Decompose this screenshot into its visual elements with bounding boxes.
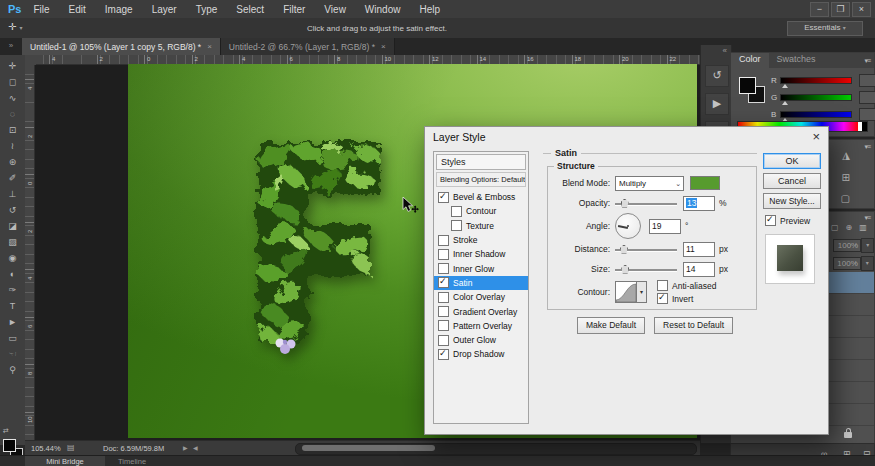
- document-tab[interactable]: Untitled-1 @ 105% (Layer 1 copy 5, RGB/8…: [22, 38, 221, 55]
- dodge-tool[interactable]: ◐: [0, 263, 25, 279]
- checkbox[interactable]: [438, 249, 449, 260]
- blue-value-field[interactable]: 0: [859, 108, 875, 121]
- path-selection-tool[interactable]: ►: [0, 311, 25, 327]
- zoom-tool[interactable]: ⚲: [0, 359, 25, 375]
- checkbox[interactable]: [438, 263, 449, 274]
- opacity-field[interactable]: 13: [683, 196, 715, 211]
- horizontal-scrollbar[interactable]: [295, 443, 697, 455]
- angle-field[interactable]: 19: [649, 219, 681, 234]
- status-arrow-icon[interactable]: ◀: [193, 444, 198, 451]
- grid-icon[interactable]: ⊞: [842, 172, 850, 183]
- contour-thumbnail[interactable]: [615, 281, 637, 303]
- checkbox[interactable]: [438, 277, 449, 288]
- blur-tool[interactable]: ◉: [0, 247, 25, 263]
- foreground-color-chip[interactable]: [739, 77, 756, 94]
- menu-item[interactable]: Help: [419, 4, 440, 15]
- tab-mini-bridge[interactable]: Mini Bridge: [25, 456, 105, 466]
- pen-tool[interactable]: ✑: [0, 279, 25, 295]
- style-item[interactable]: Gradient Overlay: [434, 304, 528, 318]
- restore-button[interactable]: ❐: [831, 2, 850, 17]
- type-tool[interactable]: T: [0, 295, 25, 311]
- reset-to-default-button[interactable]: Reset to Default: [654, 317, 733, 334]
- checkbox[interactable]: [657, 280, 668, 291]
- green-value-field[interactable]: 0: [859, 91, 875, 104]
- menu-item[interactable]: Type: [196, 4, 218, 15]
- blending-options-item[interactable]: Blending Options: Default: [436, 172, 526, 187]
- menu-item[interactable]: Layer: [152, 4, 177, 15]
- checkbox[interactable]: [657, 293, 668, 304]
- chevron-down-icon[interactable]: ▾: [861, 238, 874, 253]
- slider-thumb[interactable]: [620, 245, 628, 254]
- red-slider[interactable]: [780, 77, 852, 84]
- menu-item[interactable]: Image: [105, 4, 133, 15]
- lasso-tool[interactable]: ∿: [0, 87, 25, 103]
- style-item[interactable]: Outer Glow: [434, 333, 528, 347]
- foreground-color-chip[interactable]: [3, 439, 16, 452]
- zoom-level-field[interactable]: 105.44%: [31, 444, 61, 453]
- style-item[interactable]: Satin: [434, 276, 528, 290]
- actions-panel-icon[interactable]: ▶: [705, 93, 729, 115]
- checkbox[interactable]: [451, 220, 462, 231]
- crop-tool[interactable]: ⊡: [0, 119, 25, 135]
- opacity-field[interactable]: 100%: [833, 239, 861, 252]
- close-icon[interactable]: ×: [207, 42, 212, 51]
- minimize-button[interactable]: −: [810, 2, 829, 17]
- menu-item[interactable]: File: [33, 4, 49, 15]
- checkbox[interactable]: [438, 192, 449, 203]
- custom-shape-icon[interactable]: ◮: [842, 150, 850, 161]
- history-brush-tool[interactable]: ↺: [0, 199, 25, 215]
- slider-thumb[interactable]: [782, 84, 788, 88]
- slider-thumb[interactable]: [621, 265, 629, 274]
- blend-mode-select[interactable]: Multiply⌄: [615, 176, 684, 191]
- shape-tool[interactable]: ▭: [0, 327, 25, 343]
- checkbox[interactable]: [438, 335, 449, 346]
- preview-option[interactable]: Preview: [765, 215, 821, 226]
- checkbox[interactable]: [765, 215, 776, 226]
- quick-selection-tool[interactable]: ◌: [0, 103, 25, 119]
- eraser-tool[interactable]: ◪: [0, 215, 25, 231]
- gradient-tool[interactable]: ▨: [0, 231, 25, 247]
- tab-overflow-icon[interactable]: »: [0, 38, 22, 55]
- workspace-switcher[interactable]: Essentials ▾: [787, 21, 863, 36]
- style-item[interactable]: Contour: [434, 204, 528, 218]
- green-slider[interactable]: [780, 94, 852, 101]
- panel-menu-icon[interactable]: ▾≡: [864, 214, 870, 222]
- checkbox[interactable]: [438, 292, 449, 303]
- satin-color-swatch[interactable]: [690, 176, 720, 190]
- style-item[interactable]: Bevel & Emboss: [434, 190, 528, 204]
- slider-thumb[interactable]: [782, 101, 788, 105]
- tab-timeline[interactable]: Timeline: [118, 456, 146, 466]
- move-tool[interactable]: ✛: [0, 55, 25, 71]
- styles-header[interactable]: Styles: [436, 154, 526, 170]
- opacity-slider[interactable]: [615, 199, 677, 208]
- status-arrow-icon[interactable]: ▶: [183, 444, 188, 451]
- menu-item[interactable]: Window: [365, 4, 401, 15]
- checkbox[interactable]: [438, 235, 449, 246]
- marquee-tool[interactable]: ◻: [0, 71, 25, 87]
- checkbox[interactable]: [438, 349, 449, 360]
- document-tab[interactable]: Untitled-2 @ 66.7% (Layer 1, RGB/8) *×: [221, 38, 395, 55]
- new-style-button[interactable]: New Style...: [763, 193, 821, 209]
- brush-tool[interactable]: ✐: [0, 167, 25, 183]
- ok-button[interactable]: OK: [763, 153, 821, 169]
- distance-field[interactable]: 11: [683, 242, 715, 257]
- hand-tool[interactable]: ☜: [0, 343, 25, 359]
- make-default-button[interactable]: Make Default: [577, 317, 645, 334]
- angle-dial[interactable]: [615, 213, 641, 239]
- lock-all-icon[interactable]: ▥: [859, 223, 867, 232]
- slider-thumb[interactable]: [621, 199, 629, 208]
- anti-aliased-option[interactable]: Anti-aliased: [657, 280, 716, 292]
- checkbox[interactable]: [438, 320, 449, 331]
- style-item[interactable]: Stroke: [434, 233, 528, 247]
- size-slider[interactable]: [615, 265, 677, 274]
- size-field[interactable]: 14: [683, 262, 715, 277]
- swap-colors-icon[interactable]: ⇄: [3, 427, 9, 435]
- menu-item[interactable]: Filter: [283, 4, 305, 15]
- invert-option[interactable]: Invert: [657, 293, 716, 305]
- blue-slider[interactable]: [780, 111, 852, 118]
- menu-item[interactable]: Select: [236, 4, 264, 15]
- menu-item[interactable]: View: [324, 4, 346, 15]
- style-item[interactable]: Texture: [434, 219, 528, 233]
- style-item[interactable]: Inner Glow: [434, 261, 528, 275]
- history-panel-icon[interactable]: ↺: [705, 65, 729, 87]
